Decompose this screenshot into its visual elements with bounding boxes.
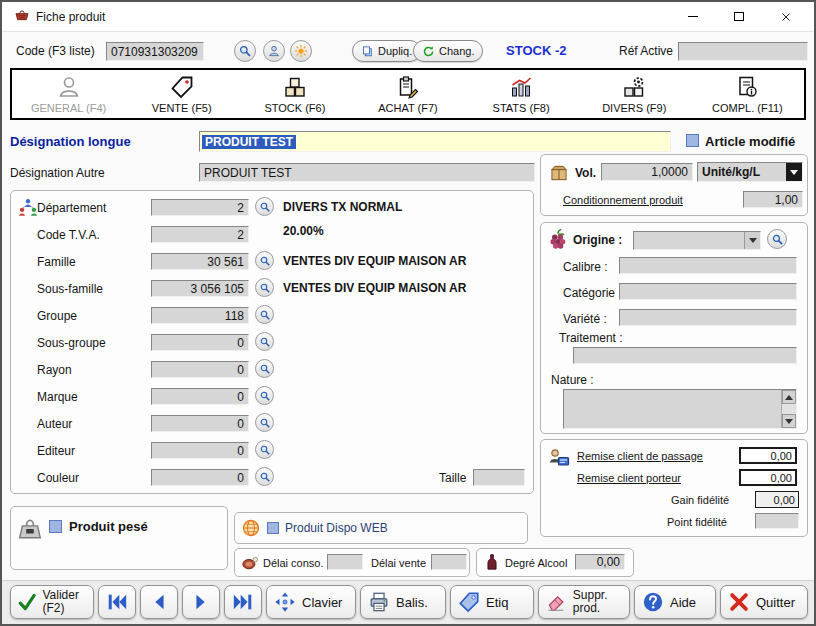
tab-general[interactable]: GENERAL (F4) (12, 70, 125, 118)
article-modifie-checkbox[interactable] (686, 134, 699, 147)
remise-porteur-input[interactable]: 0,00 (739, 469, 797, 486)
delai-vente-input[interactable] (431, 554, 467, 570)
tva-input[interactable]: 2 (151, 226, 249, 243)
suppr-prod-button[interactable]: Suppr. prod. (538, 585, 630, 619)
vol-input[interactable]: 1,0000 (601, 163, 693, 181)
nav-next-button[interactable] (182, 585, 220, 619)
minimize-icon (688, 16, 698, 17)
ref-active-input[interactable] (678, 42, 808, 61)
tab-general-label: GENERAL (F4) (31, 102, 106, 114)
delai-conso-input[interactable] (327, 554, 363, 570)
delai-conso-label: Délai conso. (263, 557, 324, 569)
remise-porteur-label: Remise client porteur (577, 472, 681, 484)
editeur-input[interactable]: 0 (151, 442, 249, 459)
unit-dropdown[interactable]: Unité/kg/L (697, 162, 803, 182)
customer-button[interactable] (263, 40, 285, 62)
nav-first-button[interactable] (98, 585, 136, 619)
sous-famille-input[interactable]: 3 056 105 (151, 280, 249, 297)
auteur-input[interactable]: 0 (151, 415, 249, 432)
article-modifie-label: Article modifié (705, 134, 795, 149)
chevron-down-icon[interactable] (744, 232, 760, 249)
tab-stock[interactable]: STOCK (F6) (238, 70, 351, 118)
code-input[interactable]: 0710931303209 (106, 42, 204, 61)
categorie-input[interactable] (619, 283, 797, 300)
degre-alcool-input[interactable]: 0,00 (575, 554, 625, 570)
close-button[interactable] (762, 2, 810, 31)
produit-web-checkbox[interactable] (267, 522, 279, 534)
conditionnement-input[interactable]: 1,00 (743, 191, 803, 208)
lookup-groupe-button[interactable] (255, 305, 274, 324)
produit-pese-checkbox[interactable] (49, 520, 62, 533)
lookup-origine-button[interactable] (767, 229, 787, 249)
suppr-prod-label: Suppr. prod. (573, 589, 622, 615)
rayon-input[interactable]: 0 (151, 361, 249, 378)
tab-vente[interactable]: VENTE (F5) (125, 70, 238, 118)
maximize-button[interactable] (716, 2, 762, 31)
duplicate-button[interactable]: Dupliq. (352, 40, 421, 62)
valider-button[interactable]: Valider (F2) (10, 585, 94, 619)
volume-panel: Vol. 1,0000 Unité/kg/L Conditionnement p… (540, 154, 808, 216)
settings-button[interactable] (290, 40, 312, 62)
scroll-up-icon[interactable] (782, 390, 796, 404)
remise-passage-input[interactable]: 0,00 (739, 447, 797, 464)
minimize-button[interactable] (670, 2, 716, 31)
aide-button[interactable]: Aide (634, 585, 716, 619)
search-product-button[interactable] (234, 40, 256, 62)
tab-stats[interactable]: STATS (F8) (465, 70, 578, 118)
designation-autre-input[interactable]: PRODUIT TEST (199, 163, 535, 182)
marque-input[interactable]: 0 (151, 388, 249, 405)
lookup-rayon-button[interactable] (255, 359, 274, 378)
footer-toolbar: Valider (F2) Clavier Balis. Etiq Suppr. (2, 580, 814, 624)
balisage-button[interactable]: Balis. (360, 585, 446, 619)
sous-groupe-label: Sous-groupe (37, 336, 106, 350)
change-button[interactable]: Chang. (413, 40, 483, 62)
quitter-button[interactable]: Quitter (720, 585, 808, 619)
remise-passage-label: Remise client de passage (577, 450, 703, 462)
scroll-down-icon[interactable] (782, 414, 796, 428)
lookup-famille-button[interactable] (255, 251, 274, 270)
nav-prev-button[interactable] (140, 585, 178, 619)
famille-input[interactable]: 30 561 (151, 253, 249, 270)
lookup-departement-button[interactable] (255, 197, 274, 216)
search-icon (259, 201, 271, 213)
lookup-couleur-button[interactable] (255, 467, 274, 486)
code-label: Code (F3 liste) (16, 44, 95, 58)
gain-fidelite-label: Gain fidélité (671, 494, 729, 506)
couleur-input[interactable]: 0 (151, 469, 249, 486)
search-icon (771, 233, 784, 246)
search-icon (259, 390, 271, 402)
produit-pese-label: Produit pesé (69, 519, 148, 534)
tab-divers[interactable]: DIVERS (F9) (578, 70, 691, 118)
lookup-sous-groupe-button[interactable] (255, 332, 274, 351)
nav-last-button[interactable] (224, 585, 262, 619)
taille-input[interactable] (473, 469, 525, 486)
clavier-button[interactable]: Clavier (266, 585, 356, 619)
web-globe-icon (241, 518, 261, 538)
calibre-input[interactable] (619, 257, 797, 274)
etiquette-button[interactable]: Etiq (450, 585, 534, 619)
groupe-input[interactable]: 118 (151, 307, 249, 324)
variete-input[interactable] (619, 309, 797, 326)
sous-groupe-input[interactable]: 0 (151, 334, 249, 351)
chevron-down-icon[interactable] (786, 163, 802, 181)
point-fidelite-input[interactable] (755, 513, 799, 529)
nature-textarea[interactable] (563, 389, 797, 429)
lookup-auteur-button[interactable] (255, 413, 274, 432)
produit-web-label: Produit Dispo WEB (285, 521, 388, 535)
nature-scrollbar[interactable] (781, 390, 796, 428)
gain-fidelite-input[interactable]: 0,00 (755, 491, 799, 508)
origine-dropdown[interactable] (633, 231, 761, 250)
tab-achat[interactable]: ACHAT (F7) (351, 70, 464, 118)
departement-input[interactable]: 2 (151, 199, 249, 216)
lookup-editeur-button[interactable] (255, 440, 274, 459)
search-icon (259, 471, 271, 483)
tab-compl[interactable]: COMPL. (F11) (691, 70, 804, 118)
search-icon (259, 309, 271, 321)
classification-panel: Département 2 DIVERS TX NORMAL Code T.V.… (10, 190, 534, 494)
designation-longue-input[interactable]: PRODUIT TEST (199, 131, 671, 152)
traitement-input[interactable] (573, 347, 797, 364)
groupe-label: Groupe (37, 309, 77, 323)
lookup-marque-button[interactable] (255, 386, 274, 405)
maximize-icon (734, 12, 744, 21)
lookup-sous-famille-button[interactable] (255, 278, 274, 297)
